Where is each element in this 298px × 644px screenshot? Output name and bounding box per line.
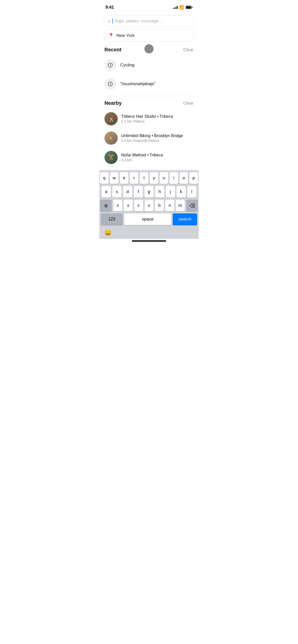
nearby-item-name: Unlimited Biking • Brooklyn Bridge: [121, 134, 183, 138]
key-g[interactable]: g: [144, 186, 154, 198]
drag-handle: [144, 44, 154, 53]
location-pin-icon: 📍: [108, 33, 114, 38]
nearby-title: Nearby: [104, 100, 122, 106]
nearby-item-name: Nofar Method • Tribeca: [121, 153, 163, 157]
key-l[interactable]: l: [187, 186, 196, 198]
keyboard-bottom-row: 123 space search: [100, 213, 198, 225]
recent-title: Recent: [104, 47, 121, 53]
back-button[interactable]: ‹: [108, 19, 110, 23]
recent-section: Recent Clear Cycling "hsushsnahjahajs": [99, 43, 199, 93]
key-j[interactable]: j: [166, 186, 175, 198]
nearby-item-info: Nofar Method • Tribeca 0.3 km: [121, 153, 163, 162]
key-b[interactable]: b: [155, 200, 164, 211]
status-bar: 9:41 📶: [99, 0, 199, 13]
space-key[interactable]: space: [124, 213, 171, 225]
keyboard-row-1: q w e r t y u i o p: [100, 172, 198, 184]
location-input: New York: [116, 33, 135, 38]
clock-icon-circle: [104, 59, 116, 71]
nearby-item[interactable]: 🚴 Unlimited Biking • Brooklyn Bridge 0.3…: [104, 128, 194, 148]
key-t[interactable]: t: [140, 172, 148, 184]
key-v[interactable]: v: [145, 200, 154, 211]
nearby-thumbnail: ✂️: [104, 112, 118, 125]
location-input-container[interactable]: 📍 New York: [103, 30, 195, 42]
key-h[interactable]: h: [155, 186, 164, 198]
nearby-thumbnail: 🚴: [104, 131, 118, 145]
key-u[interactable]: u: [160, 172, 168, 184]
nearby-item[interactable]: ✂️ Tribeca Hair Studio • Tribeca 0.2 km …: [104, 109, 194, 128]
keyboard-row-2: a s d f g h j k l: [100, 186, 198, 198]
wifi-icon: 📶: [179, 5, 184, 10]
key-c[interactable]: c: [134, 200, 143, 211]
text-cursor: [112, 19, 113, 24]
key-f[interactable]: f: [134, 186, 143, 198]
nearby-header: Nearby Clear: [104, 100, 194, 106]
key-s[interactable]: s: [112, 186, 121, 198]
nearby-thumbnail: 🏋️: [104, 151, 118, 164]
nearby-item-sub: 0.3 km Financial District: [121, 139, 183, 143]
emoji-button[interactable]: 😀: [104, 229, 112, 236]
key-k[interactable]: k: [177, 186, 186, 198]
key-i[interactable]: i: [170, 172, 178, 184]
recent-item-label: "hsushsnahjahajs": [120, 81, 156, 86]
number-key[interactable]: 123: [101, 213, 123, 225]
clock-icon: [107, 62, 113, 68]
key-z[interactable]: z: [113, 200, 122, 211]
key-y[interactable]: y: [150, 172, 158, 184]
nearby-item[interactable]: 🏋️ Nofar Method • Tribeca 0.3 km: [104, 148, 194, 167]
recent-item[interactable]: Cycling: [104, 56, 194, 75]
keyboard: q w e r t y u i o p a s d f g h j k l z …: [99, 170, 199, 239]
key-m[interactable]: m: [176, 200, 185, 211]
key-d[interactable]: d: [123, 186, 132, 198]
home-indicator: [132, 240, 166, 242]
nearby-item-sub: 0.2 km Tribeca: [121, 119, 173, 123]
key-p[interactable]: p: [189, 172, 198, 184]
svg-rect-1: [192, 7, 193, 8]
key-a[interactable]: a: [102, 186, 111, 198]
svg-rect-5: [105, 206, 107, 207]
keyboard-extras: 😀: [100, 227, 198, 238]
delete-key[interactable]: [186, 200, 198, 211]
clock-icon: [107, 81, 113, 87]
status-time: 9:41: [105, 5, 114, 10]
nearby-item-info: Unlimited Biking • Brooklyn Bridge 0.3 k…: [121, 134, 183, 143]
recent-clear-button[interactable]: Clear: [183, 47, 194, 52]
search-placeholder: Yoga, pilates, massage...: [114, 19, 162, 24]
search-input-container[interactable]: ‹ Yoga, pilates, massage...: [103, 15, 195, 27]
key-n[interactable]: n: [165, 200, 174, 211]
shift-key[interactable]: [100, 200, 112, 211]
svg-rect-2: [186, 6, 191, 9]
recent-item[interactable]: "hsushsnahjahajs": [104, 75, 194, 93]
recent-item-label: Cycling: [120, 63, 134, 68]
signal-icon: [173, 6, 178, 9]
nearby-item-sub: 0.3 km: [121, 158, 163, 162]
keyboard-row-3: z x c v b n m: [100, 200, 198, 211]
search-key[interactable]: search: [173, 213, 197, 225]
nearby-section: Nearby Clear ✂️ Tribeca Hair Studio • Tr…: [99, 96, 199, 167]
clock-icon-circle: [104, 78, 116, 90]
key-e[interactable]: e: [120, 172, 128, 184]
search-area: ‹ Yoga, pilates, massage... 📍 New York: [99, 13, 199, 43]
key-r[interactable]: r: [130, 172, 138, 184]
nearby-clear-button[interactable]: Clear: [183, 101, 194, 106]
key-o[interactable]: o: [180, 172, 188, 184]
recent-header: Recent Clear: [104, 47, 194, 53]
key-w[interactable]: w: [110, 172, 118, 184]
key-q[interactable]: q: [100, 172, 109, 184]
nearby-item-name: Tribeca Hair Studio • Tribeca: [121, 114, 173, 119]
key-x[interactable]: x: [124, 200, 133, 211]
nearby-item-info: Tribeca Hair Studio • Tribeca 0.2 km Tri…: [121, 114, 173, 123]
status-icons: 📶: [173, 5, 193, 10]
battery-icon: [186, 6, 193, 9]
